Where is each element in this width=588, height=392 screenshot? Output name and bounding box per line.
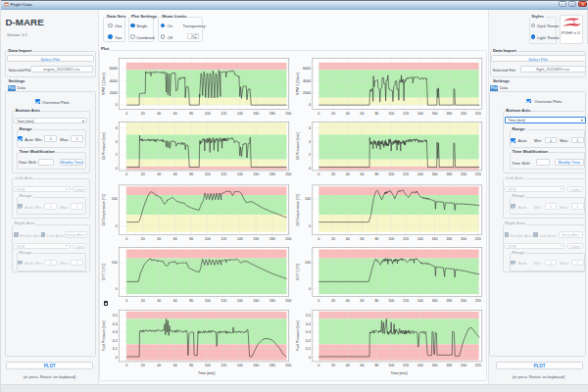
- svg-text:80: 80: [374, 112, 378, 116]
- svg-text:140: 140: [237, 237, 243, 241]
- svg-text:100: 100: [388, 172, 394, 176]
- svg-text:160: 160: [431, 112, 437, 116]
- svg-text:100: 100: [112, 197, 118, 201]
- svg-text:20: 20: [141, 299, 145, 303]
- svg-text:100: 100: [388, 112, 394, 116]
- svg-text:180: 180: [446, 364, 452, 368]
- svg-text:RPM 1 [1/min]: RPM 1 [1/min]: [102, 73, 106, 95]
- svg-text:0.3: 0.3: [306, 330, 311, 334]
- svg-text:60: 60: [173, 364, 177, 368]
- svg-text:180: 180: [270, 364, 275, 368]
- svg-text:Fuel Pressure [bar]: Fuel Pressure [bar]: [102, 320, 106, 351]
- svg-text:160: 160: [431, 237, 437, 241]
- svg-text:2000: 2000: [303, 91, 311, 95]
- svg-text:200: 200: [285, 299, 291, 303]
- svg-text:6000: 6000: [303, 67, 311, 71]
- svg-text:80: 80: [374, 299, 378, 303]
- svg-text:0: 0: [318, 364, 319, 368]
- svg-text:80: 80: [189, 364, 193, 368]
- svg-text:80: 80: [189, 172, 193, 176]
- svg-text:40: 40: [346, 112, 350, 116]
- svg-text:120: 120: [220, 172, 226, 176]
- svg-text:140: 140: [417, 237, 423, 241]
- svg-text:0.1: 0.1: [306, 347, 311, 351]
- svg-text:2: 2: [309, 153, 311, 157]
- svg-text:20: 20: [331, 299, 335, 303]
- svg-text:120: 120: [403, 364, 409, 368]
- svg-text:160: 160: [253, 172, 259, 176]
- svg-text:0: 0: [116, 167, 118, 171]
- svg-text:40: 40: [346, 237, 350, 241]
- svg-text:180: 180: [270, 172, 275, 176]
- svg-text:6: 6: [116, 126, 118, 130]
- svg-text:0: 0: [116, 103, 118, 107]
- svg-text:80: 80: [374, 237, 378, 241]
- svg-text:60: 60: [173, 172, 177, 176]
- svg-text:RPM 1 [1/min]: RPM 1 [1/min]: [296, 73, 300, 95]
- svg-text:0.1: 0.1: [113, 347, 118, 351]
- svg-text:2000: 2000: [110, 91, 118, 95]
- svg-text:0: 0: [318, 237, 319, 241]
- svg-text:200: 200: [461, 237, 466, 241]
- svg-text:0: 0: [309, 356, 311, 360]
- svg-text:20: 20: [331, 112, 335, 116]
- svg-text:20: 20: [331, 172, 335, 176]
- svg-text:200: 200: [461, 299, 466, 303]
- svg-text:220: 220: [475, 172, 481, 176]
- svg-text:140: 140: [417, 364, 423, 368]
- svg-text:0: 0: [309, 103, 311, 107]
- svg-text:20: 20: [331, 237, 335, 241]
- svg-text:220: 220: [475, 112, 481, 116]
- svg-text:140: 140: [417, 299, 423, 303]
- svg-text:200: 200: [285, 112, 291, 116]
- svg-text:6: 6: [309, 126, 311, 130]
- svg-text:20: 20: [331, 364, 335, 368]
- svg-text:80: 80: [374, 172, 378, 176]
- svg-text:220: 220: [475, 237, 481, 241]
- svg-text:100: 100: [305, 197, 311, 201]
- svg-text:180: 180: [270, 112, 275, 116]
- svg-text:40: 40: [346, 364, 350, 368]
- svg-text:200: 200: [285, 364, 291, 368]
- svg-text:160: 160: [431, 299, 437, 303]
- svg-text:4: 4: [309, 140, 311, 144]
- svg-text:0: 0: [125, 237, 127, 241]
- svg-text:200: 200: [461, 172, 466, 176]
- svg-text:160: 160: [431, 364, 437, 368]
- svg-text:160: 160: [431, 172, 437, 176]
- svg-text:140: 140: [237, 364, 243, 368]
- svg-text:200: 200: [461, 112, 466, 116]
- svg-text:180: 180: [270, 299, 275, 303]
- svg-text:60: 60: [361, 112, 365, 116]
- svg-text:60: 60: [173, 237, 177, 241]
- svg-text:Oil Pressure [bar]: Oil Pressure [bar]: [102, 132, 106, 160]
- svg-text:120: 120: [220, 112, 226, 116]
- svg-text:220: 220: [475, 299, 481, 303]
- svg-text:100: 100: [205, 364, 211, 368]
- svg-text:60: 60: [361, 299, 365, 303]
- svg-text:0: 0: [125, 112, 127, 116]
- svg-text:0.2: 0.2: [306, 339, 311, 343]
- svg-text:160: 160: [253, 112, 259, 116]
- svg-text:40: 40: [157, 237, 161, 241]
- svg-text:40: 40: [157, 364, 161, 368]
- svg-text:40: 40: [346, 172, 350, 176]
- svg-text:40: 40: [157, 112, 161, 116]
- svg-text:220: 220: [475, 364, 481, 368]
- svg-text:200: 200: [285, 172, 291, 176]
- svg-text:Oil Temperature [°C]: Oil Temperature [°C]: [296, 194, 300, 226]
- svg-text:4000: 4000: [110, 79, 118, 83]
- svg-text:0.2: 0.2: [113, 339, 118, 343]
- svg-text:0: 0: [125, 172, 127, 176]
- svg-text:Oil Temperature [°C]: Oil Temperature [°C]: [102, 194, 106, 226]
- svg-text:100: 100: [305, 261, 311, 265]
- svg-text:Fuel Pressure [bar]: Fuel Pressure [bar]: [296, 320, 300, 351]
- svg-text:80: 80: [189, 112, 193, 116]
- svg-text:180: 180: [270, 237, 275, 241]
- svg-text:80: 80: [189, 299, 193, 303]
- svg-text:Oil Pressure [bar]: Oil Pressure [bar]: [296, 132, 300, 160]
- svg-text:0: 0: [116, 356, 118, 360]
- svg-text:20: 20: [141, 237, 145, 241]
- svg-text:100: 100: [388, 364, 394, 368]
- svg-text:CHT 1 [°C]: CHT 1 [°C]: [102, 264, 106, 280]
